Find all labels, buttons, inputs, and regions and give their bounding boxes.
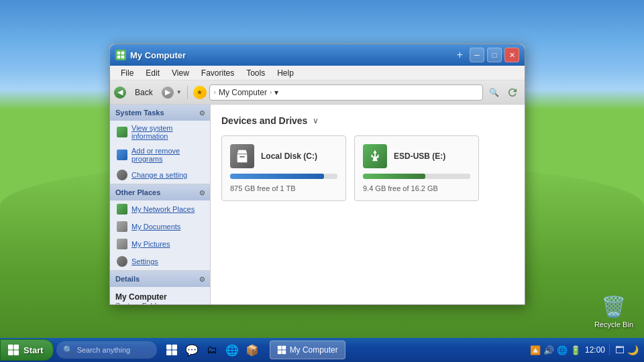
other-places-label: Other Places [115, 188, 160, 196]
taskbar-window-title: My Computer [290, 345, 338, 355]
change-setting-icon [117, 170, 127, 180]
drive-c-name: Local Disk (C:) [261, 152, 317, 161]
copy-icon[interactable]: ▼ [508, 88, 517, 97]
nav-dropdown-arrow[interactable]: ▼ [176, 89, 182, 95]
focus-assist-icon[interactable]: 🌙 [627, 345, 639, 355]
start-button[interactable]: Start [0, 339, 54, 361]
tray-arrow-icon[interactable]: 🔼 [530, 345, 541, 355]
svg-rect-11 [172, 351, 177, 356]
menu-file[interactable]: File [115, 67, 139, 79]
taskbar-explorer-icon[interactable]: 🗂 [203, 341, 221, 359]
drives-grid: Local Disk (C:) 875 GB free of 1 TB [221, 135, 514, 201]
maximize-button[interactable]: □ [487, 48, 502, 62]
close-button[interactable]: ✕ [504, 48, 519, 62]
sidebar-change-setting-label: Change a setting [131, 171, 187, 179]
menu-view[interactable]: View [166, 67, 195, 79]
section-expand-icon[interactable]: ∨ [313, 116, 319, 125]
taskbar-windows-icon[interactable] [162, 341, 181, 359]
title-bar: My Computer + ─ □ ✕ [110, 44, 525, 66]
svg-rect-1 [121, 52, 125, 55]
search-icon[interactable]: 🔍 [486, 84, 502, 101]
sidebar-item-view-system[interactable]: View system information [110, 121, 210, 143]
details-content: My Computer System Folder [110, 287, 210, 304]
details-header[interactable]: Details ⊙ [110, 271, 210, 287]
address-bar[interactable]: › My Computer › ▾ [209, 84, 483, 101]
other-places-section: Other Places ⊙ My Network Places My Docu… [110, 184, 210, 271]
breadcrumb-my-computer: My Computer [219, 88, 267, 97]
settings-icon [117, 256, 127, 267]
sidebar-item-change-setting[interactable]: Change a setting [110, 166, 210, 184]
back-label: Back [135, 88, 153, 97]
favorites-icon[interactable]: ★ [193, 86, 207, 99]
recycle-bin[interactable]: 🗑️ Recycle Bin [594, 295, 633, 328]
breadcrumb-separator-root: › [214, 88, 216, 96]
drive-card-e[interactable]: ESD-USB (E:) 9.4 GB free of 16.2 GB [354, 135, 479, 201]
taskbar-search-icon: 🔍 [63, 345, 73, 355]
section-title: Devices and Drives [221, 115, 307, 126]
sidebar-pictures-label: My Pictures [131, 240, 170, 248]
taskbar-window-button-area: My Computer [270, 341, 345, 359]
taskbar-store-icon[interactable]: 📦 [243, 341, 262, 359]
drive-c-free-space: 875 GB free of 1 TB [230, 184, 337, 192]
sidebar-network-label: My Network Places [131, 205, 195, 213]
drive-e-free-space: 9.4 GB free of 16.2 GB [363, 184, 470, 192]
taskbar-browser-icon[interactable]: 🌐 [223, 341, 241, 359]
details-title: My Computer [115, 292, 205, 302]
menu-edit[interactable]: Edit [140, 67, 165, 79]
documents-icon [117, 221, 127, 232]
taskbar-my-computer-icon [277, 345, 286, 355]
sidebar-add-remove-label: Add or remove programs [131, 147, 203, 163]
sidebar-view-system-label: View system information [131, 124, 203, 140]
system-tasks-header[interactable]: System Tasks ⊙ [110, 105, 210, 121]
tray-battery-icon[interactable]: 🔋 [570, 345, 581, 355]
drive-e-header: ESD-USB (E:) [363, 144, 470, 168]
taskbar-app-icons: 💬 🗂 🌐 📦 [162, 341, 262, 359]
drive-e-name: ESD-USB (E:) [394, 152, 445, 161]
sidebar-item-settings[interactable]: Settings [110, 253, 210, 270]
sidebar-item-documents[interactable]: My Documents [110, 218, 210, 235]
drive-c-progress-bar [230, 174, 337, 179]
windows-logo-icon [7, 344, 19, 356]
new-tab-button[interactable]: + [454, 49, 466, 61]
toolbar: ◀ Back ▶ ▼ ★ › My Computer › ▾ 🔍 ▼ [110, 80, 525, 105]
toolbar-separator [187, 86, 188, 99]
window-controls: ─ □ ✕ [470, 48, 519, 62]
sidebar-item-add-remove[interactable]: Add or remove programs [110, 143, 210, 166]
main-panel: Devices and Drives ∨ Local Disk (C:) [211, 105, 525, 304]
svg-rect-10 [166, 351, 172, 356]
file-explorer-window: My Computer + ─ □ ✕ File Edit View Favor… [109, 44, 525, 305]
back-button[interactable]: Back [129, 85, 159, 100]
sidebar-item-pictures[interactable]: My Pictures [110, 235, 210, 253]
system-tray-icons: 🔼 🔊 🌐 🔋 [530, 345, 581, 355]
svg-rect-7 [14, 351, 19, 356]
svg-rect-9 [172, 345, 177, 350]
menu-favorites[interactable]: Favorites [196, 67, 239, 79]
notification-tray-icon[interactable]: 🗔 [615, 345, 625, 355]
details-label: Details [115, 275, 140, 283]
menu-tools[interactable]: Tools [241, 67, 270, 79]
taskbar-chat-icon[interactable]: 💬 [182, 341, 201, 359]
address-dropdown[interactable]: ▾ [274, 88, 278, 97]
details-collapse-icon: ⊙ [199, 276, 205, 283]
taskbar-search[interactable]: 🔍 Search anything [56, 341, 157, 359]
view-system-icon [117, 127, 127, 137]
window-title: My Computer [130, 50, 450, 60]
taskbar-my-computer-btn[interactable]: My Computer [270, 341, 345, 359]
svg-rect-2 [117, 56, 121, 59]
svg-rect-4 [8, 345, 13, 350]
drive-e-progress-bar [363, 174, 470, 179]
tray-volume-icon[interactable]: 🔊 [543, 345, 554, 355]
other-places-header[interactable]: Other Places ⊙ [110, 184, 210, 200]
pictures-icon [117, 239, 127, 249]
taskbar-right: 🔼 🔊 🌐 🔋 12:00 🗔 🌙 [530, 345, 644, 355]
drive-c-progress-fill [230, 174, 324, 179]
sidebar-settings-label: Settings [131, 257, 158, 265]
drive-card-c[interactable]: Local Disk (C:) 875 GB free of 1 TB [221, 135, 346, 201]
menu-help[interactable]: Help [272, 67, 299, 79]
sidebar-item-network[interactable]: My Network Places [110, 200, 210, 218]
recycle-bin-label: Recycle Bin [594, 320, 633, 328]
refresh-icon[interactable]: ▼ [504, 84, 521, 101]
svg-rect-0 [117, 52, 121, 55]
minimize-button[interactable]: ─ [470, 48, 484, 62]
tray-network-icon[interactable]: 🌐 [557, 345, 568, 355]
